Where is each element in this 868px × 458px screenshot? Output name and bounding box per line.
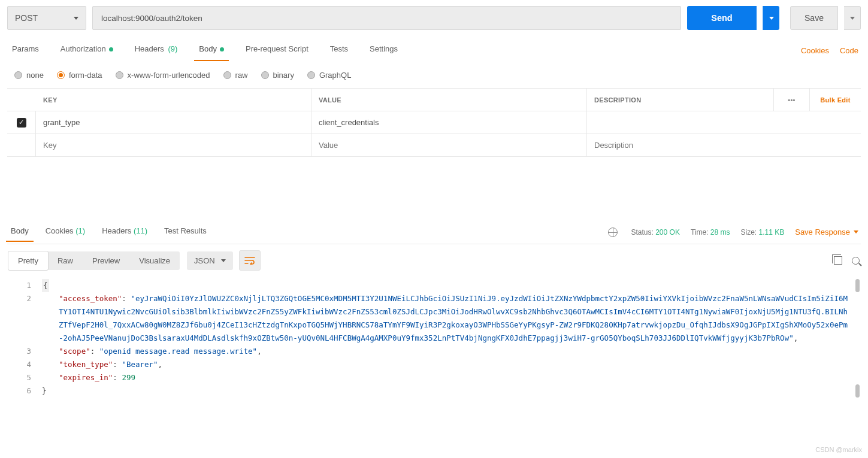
save-dropdown[interactable] xyxy=(844,6,861,30)
response-body-viewer[interactable]: 1{ 2"access_token": "eyJraWQiOiI0YzJlOWU… xyxy=(7,277,861,421)
view-mode-segment: Pretty Raw Preview Visualize xyxy=(8,251,180,270)
view-visualize[interactable]: Visualize xyxy=(129,251,180,270)
body-type-none-label: none xyxy=(26,71,44,80)
tab-prerequest[interactable]: Pre-request Script xyxy=(246,41,309,60)
tab-tests[interactable]: Tests xyxy=(330,41,348,60)
code-link[interactable]: Code xyxy=(840,46,858,55)
kv-key-input[interactable] xyxy=(43,118,304,127)
kv-header-key: KEY xyxy=(36,89,311,111)
kv-value-input[interactable] xyxy=(319,118,579,127)
save-response-label: Save Response xyxy=(795,228,850,236)
status-dot-icon xyxy=(109,47,113,51)
send-button[interactable]: Send xyxy=(687,6,757,30)
tab-params[interactable]: Params xyxy=(12,41,39,60)
headers-count-badge: (9) xyxy=(168,44,177,53)
resp-tab-cookies[interactable]: Cookies (1) xyxy=(43,223,87,241)
body-type-binary[interactable]: binary xyxy=(261,71,294,80)
tab-body-label: Body xyxy=(199,44,217,53)
json-string: "Bearer" xyxy=(122,360,158,369)
kv-header-desc: DESCRIPTION xyxy=(587,89,773,111)
status-dot-icon xyxy=(220,47,224,51)
resp-tab-headers[interactable]: Headers (11) xyxy=(99,223,150,241)
body-type-binary-label: binary xyxy=(273,71,294,80)
tab-authorization-label: Authorization xyxy=(61,44,106,53)
tab-settings[interactable]: Settings xyxy=(370,41,398,60)
resp-tab-headers-label: Headers xyxy=(102,226,131,235)
json-key: "token_type" xyxy=(59,360,113,369)
chevron-down-icon xyxy=(221,259,226,262)
send-dropdown[interactable] xyxy=(763,6,779,30)
size-metric: Size: 1.11 KB xyxy=(740,228,784,236)
tab-authorization[interactable]: Authorization xyxy=(61,41,113,60)
json-key: "expires_in" xyxy=(59,373,113,382)
resp-tab-cookies-label: Cookies xyxy=(46,226,74,235)
kv-header-value: VALUE xyxy=(311,89,587,111)
scrollbar-thumb[interactable] xyxy=(855,384,860,398)
format-value: JSON xyxy=(194,256,215,265)
kv-header-row: KEY VALUE DESCRIPTION ••• Bulk Edit xyxy=(7,89,861,111)
json-string: "eyJraWQiOiI0YzJlOWU2ZC0xNjljLTQ3ZGQtOGE… xyxy=(59,294,848,342)
json-string: "openid message.read message.write" xyxy=(99,347,257,356)
json-key: "access_token" xyxy=(59,294,122,303)
request-url-input[interactable] xyxy=(92,6,681,30)
chevron-down-icon xyxy=(854,230,858,233)
resp-headers-count: (11) xyxy=(134,226,147,235)
kv-desc-input[interactable] xyxy=(594,118,766,127)
chevron-down-icon xyxy=(850,17,855,20)
search-icon[interactable] xyxy=(852,257,860,265)
body-type-xwww-label: x-www-form-urlencoded xyxy=(128,71,210,80)
json-number: 299 xyxy=(122,373,135,382)
save-response-button[interactable]: Save Response xyxy=(795,228,858,236)
view-preview[interactable]: Preview xyxy=(83,251,129,270)
json-key: "scope" xyxy=(59,347,90,356)
globe-icon[interactable] xyxy=(608,228,618,237)
kv-row-empty xyxy=(7,134,861,157)
time-metric: Time: 28 ms xyxy=(691,228,730,236)
resp-tab-test-results[interactable]: Test Results xyxy=(162,223,209,241)
kv-desc-input[interactable] xyxy=(594,141,766,150)
tab-headers-label: Headers xyxy=(135,44,164,53)
view-raw[interactable]: Raw xyxy=(48,251,83,270)
http-method-value: POST xyxy=(15,13,38,23)
body-type-graphql[interactable]: GraphQL xyxy=(307,71,351,80)
chevron-down-icon xyxy=(769,17,774,20)
kv-row: ✓ xyxy=(7,111,861,134)
resp-tab-body[interactable]: Body xyxy=(8,223,31,241)
body-type-none[interactable]: none xyxy=(14,71,44,80)
tab-body[interactable]: Body xyxy=(199,41,224,60)
resp-cookies-count: (1) xyxy=(75,226,85,235)
body-type-raw[interactable]: raw xyxy=(223,71,248,80)
body-type-formdata[interactable]: form-data xyxy=(57,71,102,80)
view-pretty[interactable]: Pretty xyxy=(8,251,49,271)
format-select[interactable]: JSON xyxy=(187,251,233,270)
status-metric: Status: 200 OK xyxy=(631,228,679,236)
copy-icon[interactable] xyxy=(834,256,842,265)
wrap-lines-button[interactable] xyxy=(239,250,261,271)
cookies-link[interactable]: Cookies xyxy=(801,46,829,55)
kv-key-input[interactable] xyxy=(43,141,304,150)
body-type-raw-label: raw xyxy=(235,71,248,80)
body-type-xwww[interactable]: x-www-form-urlencoded xyxy=(116,71,210,80)
bulk-edit-link[interactable]: Bulk Edit xyxy=(809,89,861,111)
kv-value-input[interactable] xyxy=(319,141,579,150)
tab-headers[interactable]: Headers (9) xyxy=(135,41,178,60)
save-button[interactable]: Save xyxy=(790,6,838,30)
http-method-select[interactable]: POST xyxy=(7,6,86,30)
chevron-down-icon xyxy=(74,17,78,20)
body-type-graphql-label: GraphQL xyxy=(319,71,351,80)
body-type-formdata-label: form-data xyxy=(69,71,102,80)
kv-header-more[interactable]: ••• xyxy=(773,89,809,111)
row-checkbox[interactable]: ✓ xyxy=(17,118,26,128)
